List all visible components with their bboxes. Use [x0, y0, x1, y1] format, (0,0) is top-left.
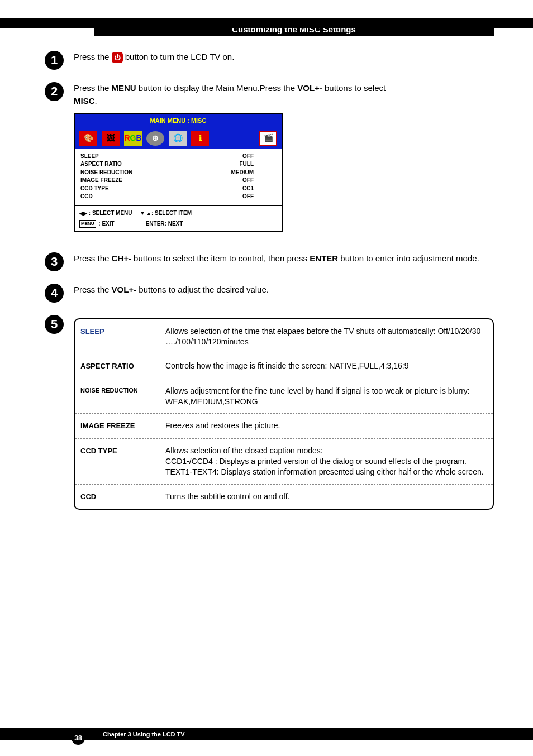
step-number-3: 3	[45, 252, 64, 271]
text: : EXIT	[97, 221, 115, 227]
def-row: IMAGE FREEZE Freezes and restores the pi…	[75, 414, 493, 439]
text: button to turn the LCD TV on.	[125, 52, 235, 61]
step-2-body: Press the MENU button to display the Mai…	[74, 82, 494, 240]
enter-word: ENTER	[310, 253, 338, 263]
def-row: SLEEP Allows selection of the time that …	[75, 319, 493, 354]
info-icon: ℹ	[191, 131, 209, 146]
osd-icon-row: 🎨 🖼 RGB ⊕ 🌐 ℹ 🎬	[75, 128, 282, 149]
def-label: ASPECT RATIO	[75, 354, 164, 379]
osd-key: CCD TYPE	[80, 185, 109, 193]
step-3: 3 Press the CH+- buttons to select the i…	[72, 252, 494, 271]
left-right-icon: ◀▶	[79, 210, 87, 216]
def-text: Allows selection of the closed caption m…	[164, 439, 493, 484]
def-text: Allows selection of the time that elapae…	[164, 319, 493, 354]
top-black-strip	[0, 18, 533, 28]
step-number-2: 2	[45, 82, 64, 101]
text: buttons to adjust the desired value.	[136, 285, 269, 294]
osd-key: SLEEP	[80, 152, 99, 161]
text: buttons to select the item to control, t…	[131, 253, 310, 263]
misc-word: MISC	[74, 96, 95, 106]
osd-key: ASPECT RATIO	[80, 160, 122, 169]
text: button to display the Main Menu.Press th…	[136, 83, 298, 93]
def-text: Allows adjustment for the fine tune leve…	[164, 379, 493, 414]
def-label: IMAGE FREEZE	[75, 414, 164, 438]
step-number-1: 1	[45, 51, 64, 70]
step-number-4: 4	[45, 284, 64, 303]
osd-val: OFF	[242, 176, 254, 185]
footer-chapter: Chapter 3 Using the LCD TV	[103, 731, 185, 738]
step-3-text: Press the CH+- buttons to select the ite…	[74, 252, 494, 265]
osd-panel: MAIN MENU : MISC 🎨 🖼 RGB ⊕ 🌐 ℹ 🎬 SLEEPOF…	[74, 113, 283, 232]
ch-word: CH+-	[112, 253, 131, 263]
globe-icon: 🌐	[169, 131, 187, 146]
osd-val: FULL	[239, 160, 254, 169]
text: Press the	[74, 83, 112, 93]
def-label: CCD TYPE	[75, 439, 164, 484]
osd-row: NOISE REDUCTIONMEDIUM	[80, 169, 276, 177]
step-number-5: 5	[45, 315, 64, 334]
text: Press the	[74, 285, 112, 294]
film-icon: 🎬	[259, 131, 277, 146]
osd-foot-exit: MENU : EXIT	[79, 219, 115, 228]
vol-word: VOL+-	[112, 285, 137, 294]
def-text: Controls how the image is fit inside the…	[164, 354, 493, 379]
image-icon: 🖼	[102, 131, 120, 146]
osd-row: CCD TYPECC1	[80, 185, 276, 193]
step-1-text: Press the ⏻ button to turn the LCD TV on…	[74, 51, 494, 64]
power-icon: ⏻	[112, 52, 123, 63]
step-4: 4 Press the VOL+- buttons to adjust the …	[72, 284, 494, 303]
def-row: NOISE REDUCTION Allows adjustment for th…	[75, 379, 493, 414]
def-label: CCD	[75, 485, 164, 509]
def-label-sleep: SLEEP	[75, 319, 164, 354]
step-2: 2 Press the MENU button to display the M…	[72, 82, 494, 240]
osd-key: IMAGE FREEZE	[80, 176, 122, 185]
osd-foot-enter: ENTER: NEXT	[146, 219, 183, 228]
osd-key: NOISE REDUCTION	[80, 169, 132, 177]
osd-val: CC1	[242, 185, 254, 193]
def-row: CCD Turns the subtitle control on and of…	[75, 485, 493, 509]
osd-key: CCD	[80, 193, 93, 201]
down-up-icon: ▼ ▲	[140, 210, 151, 216]
definitions-table: SLEEP Allows selection of the time that …	[74, 318, 494, 510]
step-5: 5 SLEEP Allows selection of the time tha…	[72, 315, 494, 510]
osd-list: SLEEPOFF ASPECT RATIOFULL NOISE REDUCTIO…	[75, 149, 282, 205]
menu-word: MENU	[112, 83, 136, 93]
text: Press the	[74, 52, 112, 61]
step-1: 1 Press the ⏻ button to turn the LCD TV …	[72, 51, 494, 70]
step-4-text: Press the VOL+- buttons to adjust the de…	[74, 284, 494, 296]
page-number: 38	[72, 731, 85, 745]
menu-key-icon: MENU	[79, 220, 96, 228]
osd-val: OFF	[242, 193, 254, 201]
osd-row: SLEEPOFF	[80, 152, 276, 161]
step-5-body: SLEEP Allows selection of the time that …	[74, 315, 494, 510]
def-text: Turns the subtitle control on and off.	[164, 485, 493, 509]
osd-foot-select-item: ▼ ▲: SELECT ITEM	[140, 209, 192, 218]
def-row: ASPECT RATIO Controls how the image is f…	[75, 354, 493, 379]
text: buttons to select	[322, 83, 386, 93]
text: : SELECT MENU	[89, 210, 132, 216]
def-label: NOISE REDUCTION	[75, 379, 164, 414]
def-row: CCD TYPE Allows selection of the closed …	[75, 439, 493, 485]
osd-val: OFF	[242, 152, 254, 161]
target-icon: ⊕	[146, 131, 164, 146]
text: : SELECT ITEM	[151, 210, 192, 216]
osd-row: ASPECT RATIOFULL	[80, 160, 276, 169]
rgb-icon: RGB	[124, 131, 142, 146]
text: .	[95, 96, 97, 106]
vol-word: VOL+-	[297, 83, 322, 93]
def-text: Freezes and restores the picture.	[164, 414, 493, 438]
picture-icon: 🎨	[79, 131, 97, 146]
osd-footer: ◀▶ : SELECT MENU ▼ ▲: SELECT ITEM MENU :…	[75, 205, 282, 232]
text: button to enter into adjustment mode.	[338, 253, 479, 263]
osd-foot-select-menu: ◀▶ : SELECT MENU	[79, 209, 132, 218]
osd-row: CCDOFF	[80, 193, 276, 201]
text: Press the	[74, 253, 112, 263]
osd-title: MAIN MENU : MISC	[75, 114, 282, 128]
osd-row: IMAGE FREEZEOFF	[80, 176, 276, 185]
osd-val: MEDIUM	[231, 169, 254, 177]
page-number-wrap: 38	[72, 731, 85, 745]
